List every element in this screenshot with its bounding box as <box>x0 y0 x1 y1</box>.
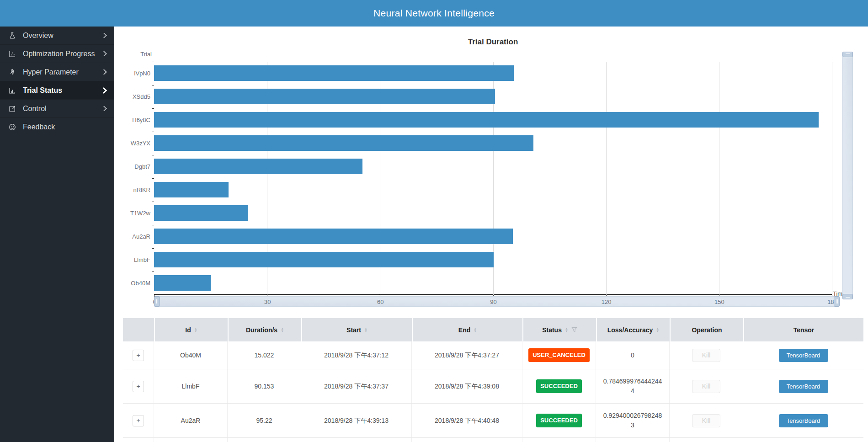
table-row: +LlmbF90.1532018/9/28 下午4:37:372018/9/28… <box>123 369 863 404</box>
start-cell: 2018/9/28 下午4:37:37 <box>301 369 412 403</box>
datazoom-top-handle[interactable] <box>842 52 853 57</box>
sidebar-item-control[interactable]: Control <box>0 100 114 118</box>
y-axis-label: H6y8C <box>112 108 150 132</box>
edit-icon <box>7 104 17 113</box>
sort-icon[interactable]: ▲▼ <box>656 327 659 333</box>
chevron-right-icon <box>101 106 107 112</box>
column-header-expand <box>123 318 154 341</box>
column-header-start[interactable]: Start▲▼ <box>301 318 412 341</box>
tensor-cell: TensorBoard <box>743 369 863 403</box>
expand-row-button[interactable]: + <box>133 350 144 361</box>
chevron-right-icon <box>101 87 107 93</box>
status-cell: USER_CANCELED <box>522 341 596 369</box>
loss-accuracy-cell: 0.9294000267982483 <box>596 404 670 437</box>
flask-icon <box>7 31 17 40</box>
sort-icon[interactable]: ▲▼ <box>474 327 477 333</box>
end-cell: 2018/9/28 下午4:37:27 <box>412 341 522 369</box>
column-header-loss[interactable]: Loss/Accuracy▲▼ <box>596 318 670 341</box>
column-header-status[interactable]: Status▲▼ <box>522 318 596 341</box>
status-badge: SUCCEEDED <box>536 379 582 393</box>
y-axis-tick <box>152 295 154 295</box>
chart-title: Trial Duration <box>154 37 832 47</box>
x-axis-tick-label: 60 <box>367 297 394 307</box>
y-axis-label: Ob40M <box>112 272 150 295</box>
y-axis-label: LlmbF <box>112 248 150 272</box>
id-cell: LlmbF <box>154 369 228 403</box>
y-axis-label: nRlKR <box>112 178 150 202</box>
empty-cell <box>596 438 670 442</box>
tensorboard-button[interactable]: TensorBoard <box>779 349 828 362</box>
end-cell: 2018/9/28 下午4:39:08 <box>412 369 522 403</box>
sidebar-item-hyper-parameter[interactable]: Hyper Parameter <box>0 63 114 81</box>
column-header-duration[interactable]: Duration/s▲▼ <box>228 318 301 341</box>
chevron-right-icon <box>101 51 107 57</box>
expand-cell: + <box>123 404 154 437</box>
sort-icon[interactable]: ▲▼ <box>281 327 284 333</box>
table-row-clipped <box>123 438 863 442</box>
end-cell: 2018/9/28 下午4:40:48 <box>412 404 522 437</box>
caret-down-icon: ▼ <box>364 330 367 333</box>
table-body: +Ob40M15.0222018/9/28 下午4:37:122018/9/28… <box>123 341 863 442</box>
loss-accuracy-cell: 0 <box>596 341 670 369</box>
bar-chart-icon <box>7 86 17 95</box>
status-badge: SUCCEEDED <box>536 414 582 427</box>
duration-bar <box>154 89 495 104</box>
y-axis-label: Dgbt7 <box>112 155 150 178</box>
table-header-row: Id▲▼Duration/s▲▼Start▲▼End▲▼Status▲▼Loss… <box>123 318 863 341</box>
column-header-label: Start <box>346 326 361 334</box>
kill-button[interactable]: Kill <box>692 380 720 393</box>
column-header-label: Id <box>185 326 191 334</box>
expand-cell: + <box>123 369 154 403</box>
expand-cell: + <box>123 341 154 369</box>
sidebar-item-label: Optimization Progress <box>23 50 102 58</box>
y-axis-tick <box>152 108 154 109</box>
tensorboard-button[interactable]: TensorBoard <box>779 414 828 427</box>
column-header-operation: Operation <box>670 318 743 341</box>
operation-cell: Kill <box>670 369 743 403</box>
chart-plot-area: iVpN0XSdd5H6y8CW3zYXDgbt7nRlKRT1W2wAu2aR… <box>154 62 832 295</box>
x-axis-tick-label: 90 <box>480 297 507 307</box>
operation-cell: Kill <box>670 341 743 369</box>
y-axis-tick <box>152 85 154 85</box>
caret-down-icon: ▼ <box>474 330 477 333</box>
expand-row-button[interactable]: + <box>133 415 144 426</box>
chevron-right-icon <box>101 69 107 75</box>
sort-icon[interactable]: ▲▼ <box>565 327 568 333</box>
sidebar-item-trial-status[interactable]: Trial Status <box>0 81 114 100</box>
gridline <box>606 62 607 295</box>
expand-row-button[interactable]: + <box>133 381 144 392</box>
column-header-end[interactable]: End▲▼ <box>412 318 522 341</box>
column-header-label: Operation <box>692 326 722 334</box>
x-datazoom-slider[interactable]: 0306090120150180 <box>154 296 840 307</box>
column-header-id[interactable]: Id▲▼ <box>154 318 228 341</box>
start-cell: 2018/9/28 下午4:37:12 <box>301 341 412 369</box>
kill-button[interactable]: Kill <box>692 414 720 427</box>
kill-button[interactable]: Kill <box>692 349 720 362</box>
empty-cell <box>228 438 301 442</box>
empty-cell <box>154 438 228 442</box>
datazoom-bottom-handle[interactable] <box>842 294 853 299</box>
sidebar-item-overview[interactable]: Overview <box>0 27 114 45</box>
duration-bar <box>154 159 362 174</box>
empty-cell <box>301 438 412 442</box>
y-axis-tick <box>152 248 154 249</box>
y-axis-label: XSdd5 <box>112 85 150 108</box>
duration-bar <box>154 252 494 267</box>
datazoom-right-handle[interactable] <box>834 296 840 307</box>
operation-cell: Kill <box>670 404 743 437</box>
sidebar-item-optimization-progress[interactable]: Optimization Progress <box>0 45 114 63</box>
tensorboard-button[interactable]: TensorBoard <box>779 380 828 393</box>
y-datazoom-slider[interactable] <box>842 52 853 299</box>
filter-funnel-icon[interactable] <box>571 327 577 333</box>
column-header-label: Duration/s <box>246 326 277 334</box>
sort-icon[interactable]: ▲▼ <box>194 327 197 333</box>
datazoom-left-handle[interactable] <box>154 296 160 307</box>
caret-down-icon: ▼ <box>281 330 284 333</box>
sort-icon[interactable]: ▲▼ <box>364 327 367 333</box>
sidebar-item-feedback[interactable]: Feedback <box>0 118 114 136</box>
y-axis-label: iVpN0 <box>112 62 150 85</box>
y-axis-tick <box>152 272 154 272</box>
main-content: Trial Duration Trial iVpN0XSdd5H6y8CW3zY… <box>114 27 868 442</box>
y-axis-tick <box>152 225 154 225</box>
x-axis-tick-label: 150 <box>706 297 733 307</box>
